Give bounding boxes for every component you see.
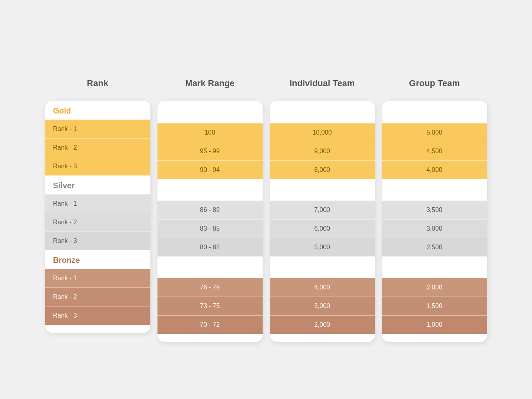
individual-bronze-spacer — [270, 256, 375, 278]
individual-silver-spacer — [270, 179, 375, 200]
individual-gold-row-2: 9,000 — [270, 142, 375, 160]
rank-gold-row-2: Rank - 2 — [45, 138, 150, 157]
markrange-bronze-row-2: 73 - 75 — [157, 297, 263, 315]
individual-silver-row-3: 5,000 — [270, 238, 375, 256]
markrange-silver-spacer — [157, 179, 263, 200]
individual-bottom-spacer — [270, 334, 375, 342]
individual-silver-row-2: 6,000 — [270, 219, 375, 238]
group-column: Group Team 5,000 4,500 4,000 3,500 3,000… — [382, 73, 487, 342]
silver-section-header-rank: Silver — [45, 175, 150, 194]
table-container: Rank Gold Rank - 1 Rank - 2 Rank - 3 Sil… — [45, 73, 487, 342]
gold-section-header-rank: Gold — [45, 101, 150, 120]
rank-bottom-spacer — [45, 325, 150, 333]
markrange-bronze-row-1: 76 - 79 — [157, 278, 263, 297]
markrange-gold-row-1: 100 — [157, 123, 263, 142]
bronze-section-header-rank: Bronze — [45, 250, 150, 269]
rank-gold-row-1: Rank - 1 — [45, 120, 150, 138]
page-wrapper: Rank Gold Rank - 1 Rank - 2 Rank - 3 Sil… — [12, 12, 520, 399]
rank-silver-row-1: Rank - 1 — [45, 194, 150, 213]
markrange-gold-row-3: 90 - 94 — [157, 160, 263, 179]
group-silver-spacer — [382, 179, 487, 200]
markrange-gold-spacer — [157, 101, 263, 123]
markrange-gold-row-2: 95 - 99 — [157, 142, 263, 160]
individual-bronze-row-3: 2,000 — [270, 315, 375, 334]
markrange-silver-row-3: 80 - 82 — [157, 238, 263, 256]
individual-bronze-row-2: 3,000 — [270, 297, 375, 315]
individual-header: Individual Team — [270, 73, 375, 101]
individual-bronze-row-1: 4,000 — [270, 278, 375, 297]
group-silver-row-1: 3,500 — [382, 200, 487, 219]
group-silver-row-2: 3,000 — [382, 219, 487, 238]
markrange-card: 100 95 - 99 90 - 94 86 - 89 83 - 85 80 -… — [157, 101, 263, 342]
rank-header: Rank — [45, 73, 150, 101]
rank-bronze-row-1: Rank - 1 — [45, 269, 150, 287]
markrange-header: Mark Range — [157, 73, 263, 101]
group-bronze-row-3: 1,000 — [382, 315, 487, 334]
group-gold-row-3: 4,000 — [382, 160, 487, 179]
individual-gold-row-3: 8,000 — [270, 160, 375, 179]
individual-column: Individual Team 10,000 9,000 8,000 7,000… — [270, 73, 375, 342]
rank-bronze-row-2: Rank - 2 — [45, 287, 150, 306]
group-card: 5,000 4,500 4,000 3,500 3,000 2,500 2,00… — [382, 101, 487, 342]
markrange-bronze-row-3: 70 - 72 — [157, 315, 263, 334]
rank-bronze-row-3: Rank - 3 — [45, 306, 150, 325]
group-bronze-spacer — [382, 256, 487, 278]
group-bronze-row-2: 1,500 — [382, 297, 487, 315]
group-gold-spacer — [382, 101, 487, 123]
markrange-silver-row-1: 86 - 89 — [157, 200, 263, 219]
rank-silver-row-2: Rank - 2 — [45, 213, 150, 231]
group-silver-row-3: 2,500 — [382, 238, 487, 256]
rank-column: Rank Gold Rank - 1 Rank - 2 Rank - 3 Sil… — [45, 73, 150, 333]
group-bronze-row-1: 2,000 — [382, 278, 487, 297]
markrange-bottom-spacer — [157, 334, 263, 342]
markrange-column: Mark Range 100 95 - 99 90 - 94 86 - 89 8… — [157, 73, 263, 342]
markrange-bronze-spacer — [157, 256, 263, 278]
markrange-silver-row-2: 83 - 85 — [157, 219, 263, 238]
rank-gold-row-3: Rank - 3 — [45, 157, 150, 175]
rank-card: Gold Rank - 1 Rank - 2 Rank - 3 Silver R… — [45, 101, 150, 333]
group-header: Group Team — [382, 73, 487, 101]
group-gold-row-1: 5,000 — [382, 123, 487, 142]
individual-gold-row-1: 10,000 — [270, 123, 375, 142]
group-bottom-spacer — [382, 334, 487, 342]
individual-silver-row-1: 7,000 — [270, 200, 375, 219]
individual-gold-spacer — [270, 101, 375, 123]
rank-silver-row-3: Rank - 3 — [45, 231, 150, 250]
individual-card: 10,000 9,000 8,000 7,000 6,000 5,000 4,0… — [270, 101, 375, 342]
group-gold-row-2: 4,500 — [382, 142, 487, 160]
